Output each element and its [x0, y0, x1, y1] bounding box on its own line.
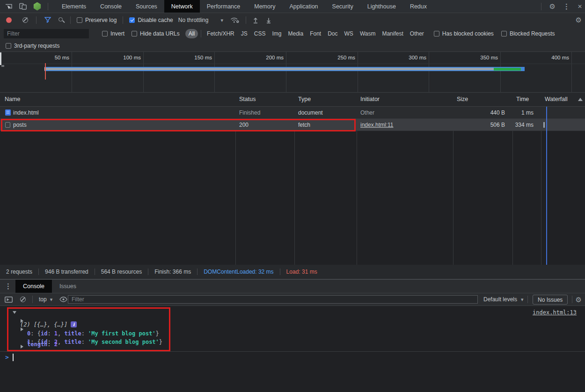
header-waterfall[interactable]: Waterfall [545, 96, 568, 102]
tab-elements[interactable]: Elements [55, 0, 93, 13]
expand-arrow-icon[interactable] [21, 319, 23, 323]
filter-type-js[interactable]: JS [238, 29, 251, 38]
chevron-down-icon[interactable] [220, 17, 223, 23]
no-issues-button[interactable]: No Issues [533, 295, 568, 305]
table-row[interactable]: index.html Finished document Other 440 B… [0, 107, 585, 119]
gridline [286, 52, 286, 92]
header-time[interactable]: Time [516, 96, 529, 102]
clear-console-icon[interactable] [20, 297, 26, 302]
console-sidebar-toggle-icon[interactable] [5, 297, 13, 303]
console-prototype-row[interactable]: [[Prototype]]: Array(0) [0, 343, 585, 351]
preserve-log-checkbox[interactable] [77, 17, 82, 23]
filter-type-manifest[interactable]: Manifest [379, 29, 406, 38]
overview-resize-grip[interactable] [1, 65, 4, 67]
console-prompt[interactable] [0, 352, 585, 364]
more-options-icon[interactable] [563, 2, 570, 11]
live-expression-eye-icon[interactable] [59, 297, 67, 302]
header-status[interactable]: Status [239, 96, 256, 102]
tab-security[interactable]: Security [325, 0, 360, 13]
settings-gear-icon[interactable] [549, 2, 555, 11]
chevron-down-icon[interactable] [521, 296, 524, 303]
tab-application[interactable]: Application [282, 0, 325, 13]
tab-sources[interactable]: Sources [129, 0, 164, 13]
transferred-size: 946 B transferred [39, 269, 95, 275]
drawer-tab-console[interactable]: Console [15, 280, 52, 293]
network-conditions-icon[interactable] [230, 16, 240, 23]
overview-left-handle[interactable] [0, 52, 1, 65]
initiator-link[interactable]: index.html:11 [360, 122, 393, 128]
tab-performance[interactable]: Performance [200, 0, 248, 13]
expand-arrow-icon[interactable] [21, 345, 23, 348]
cell-name: posts [13, 122, 27, 128]
sort-ascending-icon[interactable] [578, 98, 583, 101]
filter-funnel-icon[interactable] [44, 17, 51, 23]
inspect-element-icon[interactable] [5, 3, 13, 10]
drawer-tab-issues[interactable]: Issues [52, 280, 84, 293]
console-array-entry-0[interactable]: 0: {id: 1, title: 'My first blog post'} [0, 317, 585, 326]
devtools-window: Elements Console Sources Network Perform… [0, 0, 585, 392]
context-selector[interactable]: top [39, 296, 47, 303]
collapse-arrow-icon[interactable] [13, 311, 16, 314]
tick-label: 200 ms [217, 55, 284, 60]
clear-network-log-icon[interactable] [22, 17, 28, 23]
tab-network[interactable]: Network [164, 0, 200, 13]
node-extension-icon[interactable] [33, 2, 41, 11]
network-toolbar: Preserve log Disable cache No throttling [0, 13, 585, 27]
cell-time: 1 ms [512, 109, 537, 116]
chevron-down-icon[interactable] [50, 296, 53, 303]
filter-type-font[interactable]: Font [307, 29, 324, 38]
divider [572, 296, 572, 303]
table-header: Name Status Type Initiator Size Time Wat… [0, 93, 585, 107]
console-log-array[interactable]: (2) [{…}, {…}]i index.html:13 [0, 308, 585, 317]
table-row-selected[interactable]: posts 200 fetch index.html:11 506 B 334 … [0, 119, 585, 131]
throttling-select[interactable]: No throttling [178, 17, 209, 23]
export-har-icon[interactable] [266, 17, 271, 23]
tabbar-right-controls [541, 0, 582, 13]
divider [246, 16, 246, 24]
search-network-icon[interactable] [58, 17, 63, 22]
console-array-entry-1[interactable]: 1: {id: 2, title: 'My second blog post'} [0, 326, 585, 334]
filter-type-all[interactable]: All [185, 29, 198, 38]
expand-arrow-icon[interactable] [21, 327, 23, 331]
network-overview-timeline[interactable]: 50 ms 100 ms 150 ms 200 ms 250 ms 300 ms… [0, 52, 585, 93]
blocked-requests-label: Blocked Requests [510, 30, 555, 37]
hide-data-urls-checkbox[interactable] [132, 31, 137, 36]
filter-type-img[interactable]: Img [269, 29, 285, 38]
filter-type-wasm[interactable]: Wasm [357, 29, 379, 38]
has-blocked-cookies-checkbox[interactable] [434, 31, 439, 36]
filter-type-media[interactable]: Media [285, 29, 307, 38]
hide-data-urls-label: Hide data URLs [140, 30, 180, 37]
tab-console[interactable]: Console [93, 0, 129, 13]
disable-cache-checkbox[interactable] [129, 17, 135, 23]
network-settings-gear-icon[interactable] [576, 16, 582, 24]
filter-type-doc[interactable]: Doc [324, 29, 341, 38]
import-har-icon[interactable] [253, 17, 258, 23]
device-toolbar-icon[interactable] [19, 3, 27, 10]
filter-type-ws[interactable]: WS [341, 29, 357, 38]
header-name[interactable]: Name [5, 96, 20, 102]
gridline [571, 52, 572, 92]
filter-type-other[interactable]: Other [407, 29, 427, 38]
console-settings-gear-icon[interactable] [576, 296, 582, 304]
tab-lighthouse[interactable]: Lighthouse [360, 0, 403, 13]
console-source-link[interactable]: index.html:13 [533, 309, 577, 316]
overview-waterfall-bar[interactable] [44, 67, 525, 71]
invert-checkbox[interactable] [102, 31, 108, 36]
drawer-more-icon[interactable] [5, 282, 12, 290]
console-filter-input[interactable] [68, 295, 478, 304]
close-devtools-icon[interactable] [578, 3, 582, 10]
header-initiator[interactable]: Initiator [360, 96, 380, 102]
third-party-checkbox[interactable] [6, 43, 11, 49]
record-network-log-icon[interactable] [6, 17, 12, 23]
blocked-requests-checkbox[interactable] [501, 31, 507, 36]
filter-type-fetch-xhr[interactable]: Fetch/XHR [204, 29, 238, 38]
log-levels-select[interactable]: Default levels [483, 296, 517, 303]
waterfall-request-bar[interactable] [543, 122, 545, 128]
filter-type-css[interactable]: CSS [251, 29, 269, 38]
tab-redux[interactable]: Redux [403, 0, 434, 13]
gridline [143, 52, 144, 92]
header-size[interactable]: Size [457, 96, 468, 102]
header-type[interactable]: Type [298, 96, 311, 102]
network-filter-input[interactable] [4, 29, 89, 38]
tab-memory[interactable]: Memory [247, 0, 282, 13]
